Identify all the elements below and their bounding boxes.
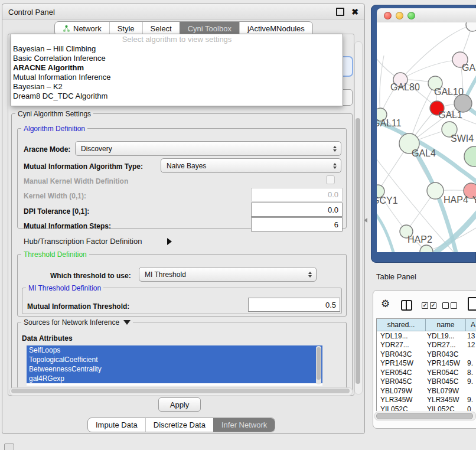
algorithm-option-dream8-dc-tdc-algorithm[interactable]: Dream8 DC_TDC Algorithm	[11, 92, 343, 101]
table-body: YDL19...YDL19...13YDR27...YDR27...12YBR0…	[377, 331, 476, 411]
table-row[interactable]: YPR145WYPR145W9.	[377, 359, 476, 369]
mi-algorithm-type-combo[interactable]: Naive Bayes	[161, 158, 341, 173]
control-panel-titlebar: Control Panel ✖	[2, 4, 364, 20]
network-node[interactable]	[466, 22, 476, 31]
table-cell: YDR27...	[425, 341, 465, 349]
table-cell: YDL19...	[425, 332, 465, 340]
algorithm-option-basic-correlation-inference[interactable]: Basic Correlation Inference	[11, 54, 343, 63]
table-row[interactable]: YLR345WYLR345W9.	[377, 396, 476, 405]
float-window-icon[interactable]	[336, 8, 344, 16]
combo-arrows-icon	[333, 146, 341, 152]
table-header-row: shared...nameA	[377, 319, 476, 331]
dpi-tolerance-field[interactable]: 0.0	[251, 203, 343, 217]
table-cell: 0	[465, 405, 476, 411]
kernel-width-field[interactable]: 0.0	[251, 188, 343, 201]
which-threshold-combo[interactable]: MI Threshold	[139, 267, 317, 282]
column-layout-icon[interactable]	[401, 300, 412, 311]
algorithm-option-bayesian-k2[interactable]: Bayesian – K2	[11, 82, 343, 92]
network-node[interactable]	[464, 146, 476, 167]
column-header-name[interactable]: name	[426, 319, 466, 331]
gear-icon[interactable]: ⚙	[381, 298, 390, 309]
network-node[interactable]	[427, 182, 444, 199]
table-row[interactable]: YBL079WYBL079W	[377, 386, 476, 396]
network-window-titlebar[interactable]	[377, 8, 476, 22]
table-cell: YER054C	[425, 369, 465, 377]
close-traffic-light-icon[interactable]	[384, 12, 392, 19]
deselect-all-checkboxes-icon[interactable]	[442, 302, 457, 309]
table-cell: YDL19...	[377, 332, 425, 340]
table-cell: YIL052C	[377, 405, 425, 411]
manual-kernel-width-label: Manual Kernel Width Definition	[24, 177, 128, 185]
data-attributes-list[interactable]: SelfLoopsTopologicalCoefficientBetweenne…	[27, 345, 322, 386]
algorithm-definition-title: Algorithm Definition	[21, 125, 87, 133]
table-horizontal-scrollbar-thumb[interactable]	[376, 413, 473, 419]
mi-steps-label: Mutual Information Steps:	[24, 222, 111, 230]
table-row[interactable]: YER054CYER054C8.	[377, 368, 476, 377]
network-node-label-gal11: GAL11	[377, 118, 402, 128]
table-row[interactable]: YBR043CYBR043C	[377, 350, 476, 359]
algorithm-option-mutual-information-inference[interactable]: Mutual Information Inference	[11, 73, 343, 82]
network-node-label-gcy1: GCY1	[377, 195, 398, 206]
document-icon[interactable]	[468, 297, 476, 311]
split-resize-arrow-icon[interactable]	[364, 218, 367, 223]
dpi-tolerance-label: DPI Tolerance [0,1]:	[24, 207, 89, 216]
collapse-arrow-icon[interactable]	[123, 320, 131, 325]
select-all-checkboxes-icon[interactable]: ✓✓	[422, 302, 436, 309]
apply-button[interactable]: Apply	[158, 397, 201, 412]
table-cell: YER054C	[377, 369, 425, 377]
minimized-panel-icon[interactable]	[4, 444, 14, 450]
attribute-item-betweennesscentrality[interactable]: BetweennessCentrality	[27, 364, 322, 374]
tab-label: Infer Network	[221, 419, 267, 432]
table-row[interactable]: YDR27...YDR27...12	[377, 341, 476, 350]
table-cell: YBR045C	[425, 377, 465, 386]
table-row[interactable]: YIL052CYIL052C0	[377, 405, 476, 411]
attribute-item-gal4rgexp[interactable]: gal4RGexp	[27, 374, 322, 383]
kernel-width-label: Kernel Width (0,1):	[24, 192, 86, 200]
table-row[interactable]: YBR045CYBR045C9.	[377, 377, 476, 387]
node-table: shared...nameA YDL19...YDL19...13YDR27..…	[376, 318, 476, 411]
aracne-mode-label: Aracne Mode:	[24, 145, 70, 154]
settings-horizontal-scrollbar-thumb[interactable]	[11, 389, 350, 393]
network-icon	[63, 25, 70, 32]
attribute-item-topologicalcoefficient[interactable]: TopologicalCoefficient	[27, 355, 322, 364]
close-icon[interactable]: ✖	[351, 8, 358, 16]
network-node[interactable]	[420, 245, 433, 252]
network-edge-thick[interactable]	[377, 213, 393, 252]
network-canvas[interactable]: GALGAL80GAL10GAL1GAL11SWI4GAL4HAP4YGCY1H…	[377, 22, 476, 252]
mi-algorithm-type-value: Naive Bayes	[167, 162, 206, 170]
table-cell: YPR145W	[377, 359, 425, 367]
attribute-item-selfloops[interactable]: SelfLoops	[27, 345, 322, 355]
attributes-list-scrollbar-thumb[interactable]	[317, 347, 321, 380]
sources-group-title: Sources for Network Inference	[21, 318, 133, 327]
mi-steps-value: 6	[334, 220, 338, 229]
aracne-mode-combo[interactable]: Discovery	[75, 141, 341, 156]
algorithm-option-bayesian-hill-climbing[interactable]: Bayesian – Hill Climbing	[11, 44, 343, 54]
combo-fragment-focused	[342, 56, 353, 77]
network-graph[interactable]: GALGAL80GAL10GAL1GAL11SWI4GAL4HAP4YGCY1H…	[377, 22, 476, 252]
table-cell: 9.	[465, 377, 476, 386]
combo-fragment	[342, 89, 353, 106]
tab-discretize-data[interactable]: Discretize Data	[145, 418, 213, 432]
manual-kernel-width-checkbox[interactable]	[326, 175, 335, 184]
table-cell: YPR145W	[425, 359, 465, 367]
tab-infer-network[interactable]: Infer Network	[213, 418, 275, 432]
kernel-width-value: 0.0	[328, 190, 338, 199]
expand-arrow-icon[interactable]	[167, 238, 172, 245]
minimize-traffic-light-icon[interactable]	[396, 12, 403, 19]
network-node-label-gal80: GAL80	[390, 82, 420, 92]
settings-vertical-scrollbar-thumb[interactable]	[356, 118, 360, 384]
tab-impute-data[interactable]: Impute Data	[88, 418, 145, 432]
zoom-traffic-light-icon[interactable]	[407, 12, 415, 19]
network-node-label-gal: GAL	[462, 63, 476, 73]
column-header-a[interactable]: A	[466, 319, 476, 331]
table-cell: YBR045C	[377, 377, 425, 386]
mi-steps-field[interactable]: 6	[251, 217, 343, 231]
combo-arrows-icon	[308, 272, 316, 278]
which-threshold-label: Which threshold to use:	[50, 272, 131, 280]
hub-tf-definition-label: Hub/Transcription Factor Definition	[24, 237, 142, 246]
mi-threshold-field[interactable]: 0.5	[248, 298, 340, 312]
table-row[interactable]: YDL19...YDL19...13	[377, 331, 476, 341]
column-header-shared[interactable]: shared...	[377, 319, 426, 331]
algorithm-option-aracne-algorithm[interactable]: ARACNE Algorithm	[11, 63, 343, 73]
which-threshold-value: MI Threshold	[145, 270, 186, 279]
